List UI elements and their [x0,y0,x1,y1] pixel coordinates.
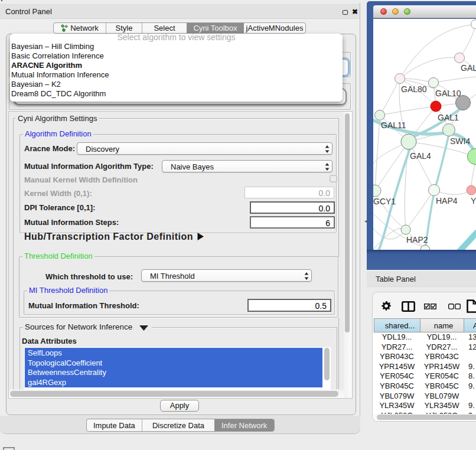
svg-text:SWI4: SWI4 [450,136,470,146]
svg-text:GCY1: GCY1 [373,197,396,206]
svg-text:Y: Y [471,196,476,206]
svg-text:GAL80: GAL80 [401,84,427,94]
svg-text:GAL4: GAL4 [410,151,431,161]
svg-text:GAL10: GAL10 [435,89,461,98]
svg-text:GAL1: GAL1 [438,113,459,122]
svg-text:GAL2: GAL2 [461,63,476,73]
svg-text:GAL11: GAL11 [381,120,406,130]
svg-text:HAP2: HAP2 [406,235,428,244]
svg-text:HAP4: HAP4 [436,196,458,206]
